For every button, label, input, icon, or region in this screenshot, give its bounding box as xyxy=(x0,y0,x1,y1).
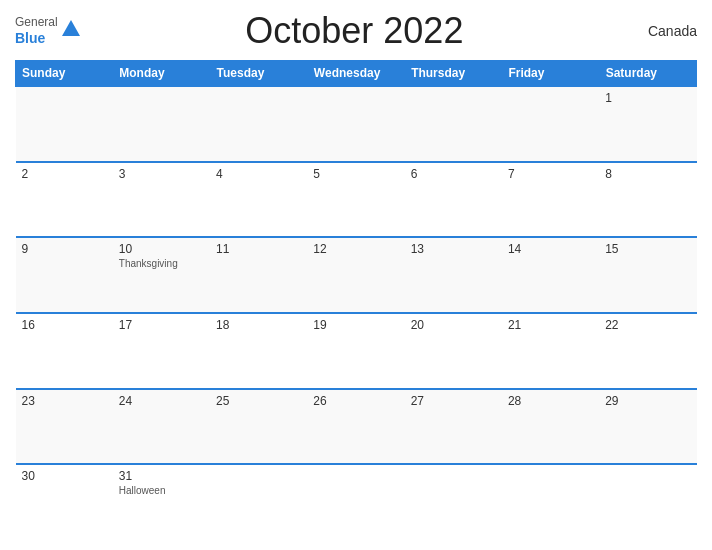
logo-text: General Blue xyxy=(15,15,58,46)
svg-marker-0 xyxy=(62,20,80,36)
weekday-header-monday: Monday xyxy=(113,61,210,87)
logo: General Blue xyxy=(15,15,82,46)
calendar-day-cell xyxy=(405,464,502,540)
calendar-day-cell: 13 xyxy=(405,237,502,313)
calendar-day-cell: 28 xyxy=(502,389,599,465)
day-event: Halloween xyxy=(119,485,204,496)
calendar-day-cell: 5 xyxy=(307,162,404,238)
logo-blue: Blue xyxy=(15,30,58,47)
logo-general: General xyxy=(15,15,58,29)
calendar-day-cell xyxy=(16,86,113,162)
day-number: 30 xyxy=(22,469,107,483)
weekday-header-friday: Friday xyxy=(502,61,599,87)
calendar-week-row: 23242526272829 xyxy=(16,389,697,465)
day-number: 10 xyxy=(119,242,204,256)
day-number: 26 xyxy=(313,394,398,408)
day-number: 21 xyxy=(508,318,593,332)
day-number: 1 xyxy=(605,91,690,105)
weekday-header-tuesday: Tuesday xyxy=(210,61,307,87)
calendar-week-row: 16171819202122 xyxy=(16,313,697,389)
day-number: 8 xyxy=(605,167,690,181)
calendar-day-cell xyxy=(405,86,502,162)
calendar-day-cell: 11 xyxy=(210,237,307,313)
calendar-day-cell xyxy=(599,464,696,540)
calendar-day-cell: 27 xyxy=(405,389,502,465)
day-number: 25 xyxy=(216,394,301,408)
calendar-day-cell: 8 xyxy=(599,162,696,238)
day-number: 20 xyxy=(411,318,496,332)
calendar-day-cell: 12 xyxy=(307,237,404,313)
day-number: 13 xyxy=(411,242,496,256)
day-number: 18 xyxy=(216,318,301,332)
day-number: 22 xyxy=(605,318,690,332)
day-number: 2 xyxy=(22,167,107,181)
day-number: 14 xyxy=(508,242,593,256)
calendar-week-row: 3031Halloween xyxy=(16,464,697,540)
calendar-day-cell: 10Thanksgiving xyxy=(113,237,210,313)
calendar-day-cell xyxy=(307,464,404,540)
calendar-day-cell xyxy=(113,86,210,162)
day-number: 16 xyxy=(22,318,107,332)
calendar-day-cell: 6 xyxy=(405,162,502,238)
weekday-header-thursday: Thursday xyxy=(405,61,502,87)
day-number: 7 xyxy=(508,167,593,181)
calendar-day-cell: 23 xyxy=(16,389,113,465)
day-number: 12 xyxy=(313,242,398,256)
logo-icon xyxy=(60,18,82,40)
calendar-day-cell: 16 xyxy=(16,313,113,389)
day-number: 6 xyxy=(411,167,496,181)
calendar-day-cell: 26 xyxy=(307,389,404,465)
day-number: 24 xyxy=(119,394,204,408)
calendar-day-cell: 9 xyxy=(16,237,113,313)
calendar-day-cell: 24 xyxy=(113,389,210,465)
day-number: 31 xyxy=(119,469,204,483)
calendar-table: SundayMondayTuesdayWednesdayThursdayFrid… xyxy=(15,60,697,540)
calendar-day-cell xyxy=(210,86,307,162)
calendar-day-cell: 3 xyxy=(113,162,210,238)
day-number: 9 xyxy=(22,242,107,256)
day-number: 17 xyxy=(119,318,204,332)
calendar-day-cell: 4 xyxy=(210,162,307,238)
calendar-day-cell: 1 xyxy=(599,86,696,162)
weekday-header-wednesday: Wednesday xyxy=(307,61,404,87)
calendar-day-cell xyxy=(210,464,307,540)
day-number: 27 xyxy=(411,394,496,408)
calendar-day-cell xyxy=(307,86,404,162)
calendar-title: October 2022 xyxy=(82,10,627,52)
calendar-day-cell: 29 xyxy=(599,389,696,465)
day-event: Thanksgiving xyxy=(119,258,204,269)
calendar-header: General Blue October 2022 Canada xyxy=(15,10,697,52)
calendar-day-cell: 25 xyxy=(210,389,307,465)
calendar-day-cell: 14 xyxy=(502,237,599,313)
calendar-day-cell xyxy=(502,86,599,162)
calendar-day-cell: 2 xyxy=(16,162,113,238)
day-number: 15 xyxy=(605,242,690,256)
weekday-header-row: SundayMondayTuesdayWednesdayThursdayFrid… xyxy=(16,61,697,87)
day-number: 5 xyxy=(313,167,398,181)
calendar-week-row: 1 xyxy=(16,86,697,162)
day-number: 29 xyxy=(605,394,690,408)
calendar-week-row: 910Thanksgiving1112131415 xyxy=(16,237,697,313)
weekday-header-sunday: Sunday xyxy=(16,61,113,87)
day-number: 23 xyxy=(22,394,107,408)
day-number: 11 xyxy=(216,242,301,256)
day-number: 4 xyxy=(216,167,301,181)
calendar-day-cell: 22 xyxy=(599,313,696,389)
calendar-wrapper: General Blue October 2022 Canada SundayM… xyxy=(0,0,712,550)
day-number: 19 xyxy=(313,318,398,332)
calendar-day-cell: 30 xyxy=(16,464,113,540)
day-number: 3 xyxy=(119,167,204,181)
calendar-day-cell: 31Halloween xyxy=(113,464,210,540)
calendar-day-cell: 18 xyxy=(210,313,307,389)
calendar-week-row: 2345678 xyxy=(16,162,697,238)
calendar-day-cell: 15 xyxy=(599,237,696,313)
calendar-day-cell: 21 xyxy=(502,313,599,389)
day-number: 28 xyxy=(508,394,593,408)
calendar-day-cell: 17 xyxy=(113,313,210,389)
calendar-day-cell xyxy=(502,464,599,540)
calendar-country: Canada xyxy=(627,23,697,39)
calendar-day-cell: 20 xyxy=(405,313,502,389)
weekday-header-saturday: Saturday xyxy=(599,61,696,87)
calendar-day-cell: 19 xyxy=(307,313,404,389)
calendar-day-cell: 7 xyxy=(502,162,599,238)
